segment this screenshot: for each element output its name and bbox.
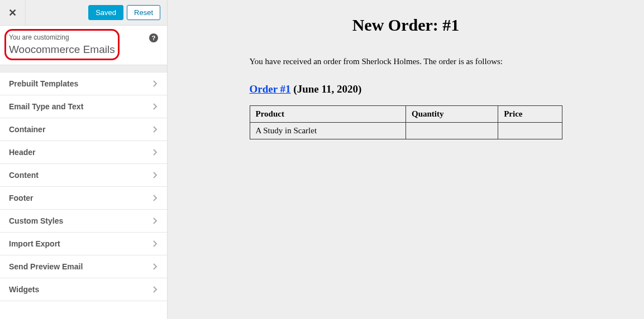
chevron-right-icon xyxy=(152,194,158,202)
menu-item-header[interactable]: Header xyxy=(0,141,167,164)
table-header-row: Product Quantity Price xyxy=(250,106,562,123)
td-quantity xyxy=(406,123,498,139)
topbar: ✕ Saved Reset xyxy=(0,0,167,26)
chevron-right-icon xyxy=(152,240,158,248)
menu-item-label: Content xyxy=(9,171,39,180)
th-quantity: Quantity xyxy=(406,106,498,123)
order-body: You have received an order from Sherlock… xyxy=(250,57,562,139)
saved-button[interactable]: Saved xyxy=(88,5,123,20)
td-product: A Study in Scarlet xyxy=(250,123,406,139)
menu-item-label: Email Type and Text xyxy=(9,102,83,111)
menu-item-label: Header xyxy=(9,148,35,157)
order-date: (June 11, 2020) xyxy=(291,83,362,95)
menu-item-label: Container xyxy=(9,125,45,134)
menu-item-label: Send Preview Email xyxy=(9,262,83,271)
customizer-sidebar: ✕ Saved Reset You are customizing Woocom… xyxy=(0,0,168,319)
menu-item-label: Widgets xyxy=(9,285,39,294)
close-icon: ✕ xyxy=(8,7,17,19)
menu-item-label: Import Export xyxy=(9,239,60,248)
help-icon[interactable]: ? xyxy=(149,33,158,42)
topbar-buttons: Saved Reset xyxy=(88,5,167,20)
email-preview: New Order: #1 You have received an order… xyxy=(168,0,644,319)
td-price xyxy=(498,123,562,139)
menu-item-widgets[interactable]: Widgets xyxy=(0,278,167,301)
heading-large-text: Woocommerce Emails xyxy=(9,44,158,56)
order-title: New Order: #1 xyxy=(352,16,460,35)
menu-gap xyxy=(0,65,167,72)
menu-item-label: Footer xyxy=(9,194,34,202)
order-link[interactable]: Order #1 xyxy=(250,83,291,95)
menu-item-send-preview-email[interactable]: Send Preview Email xyxy=(0,255,167,278)
th-product: Product xyxy=(250,106,406,123)
chevron-right-icon xyxy=(152,148,158,156)
close-button[interactable]: ✕ xyxy=(0,0,26,26)
menu-list: Prebuilt Templates Email Type and Text C… xyxy=(0,72,167,301)
menu-item-label: Custom Styles xyxy=(9,216,63,225)
menu-item-label: Prebuilt Templates xyxy=(9,79,78,88)
reset-button[interactable]: Reset xyxy=(127,5,160,20)
menu-item-import-export[interactable]: Import Export xyxy=(0,233,167,255)
menu-item-prebuilt-templates[interactable]: Prebuilt Templates xyxy=(0,72,167,95)
menu-item-footer[interactable]: Footer xyxy=(0,187,167,210)
chevron-right-icon xyxy=(152,217,158,225)
heading-small-text: You are customizing xyxy=(9,33,158,41)
chevron-right-icon xyxy=(152,171,158,179)
th-price: Price xyxy=(498,106,562,123)
chevron-right-icon xyxy=(152,263,158,270)
chevron-right-icon xyxy=(152,286,158,293)
order-subheading: Order #1 (June 11, 2020) xyxy=(250,83,562,95)
order-table: Product Quantity Price A Study in Scarle… xyxy=(250,105,562,139)
order-description: You have received an order from Sherlock… xyxy=(250,57,562,66)
menu-item-email-type-and-text[interactable]: Email Type and Text xyxy=(0,95,167,118)
chevron-right-icon xyxy=(152,125,158,133)
menu-item-custom-styles[interactable]: Custom Styles xyxy=(0,210,167,233)
heading-section: You are customizing Woocommerce Emails ? xyxy=(0,26,167,65)
menu-item-container[interactable]: Container xyxy=(0,118,167,141)
menu-item-content[interactable]: Content xyxy=(0,164,167,187)
chevron-right-icon xyxy=(152,80,158,88)
table-row: A Study in Scarlet xyxy=(250,123,562,139)
chevron-right-icon xyxy=(152,103,158,110)
